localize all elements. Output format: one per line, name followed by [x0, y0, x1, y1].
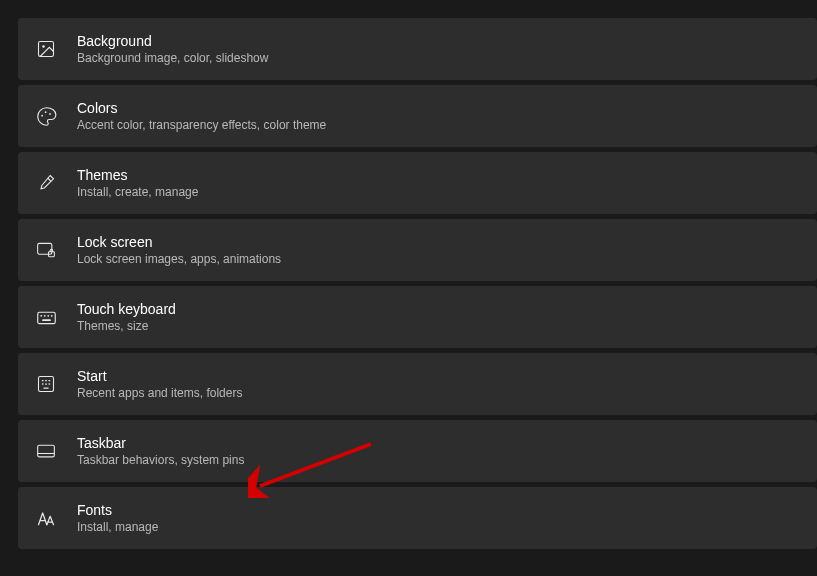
settings-item-lock-screen[interactable]: Lock screen Lock screen images, apps, an…	[18, 219, 817, 281]
item-title: Start	[77, 368, 242, 384]
start-icon	[34, 372, 58, 396]
item-text: Colors Accent color, transparency effect…	[77, 100, 326, 132]
lock-screen-icon	[34, 238, 58, 262]
item-desc: Accent color, transparency effects, colo…	[77, 118, 326, 132]
item-text: Lock screen Lock screen images, apps, an…	[77, 234, 281, 266]
item-title: Fonts	[77, 502, 158, 518]
settings-item-touch-keyboard[interactable]: Touch keyboard Themes, size	[18, 286, 817, 348]
item-desc: Taskbar behaviors, system pins	[77, 453, 244, 467]
item-desc: Install, manage	[77, 520, 158, 534]
item-title: Touch keyboard	[77, 301, 176, 317]
item-title: Taskbar	[77, 435, 244, 451]
fonts-icon	[34, 506, 58, 530]
settings-item-background[interactable]: Background Background image, color, slid…	[18, 18, 817, 80]
item-desc: Install, create, manage	[77, 185, 198, 199]
item-desc: Lock screen images, apps, animations	[77, 252, 281, 266]
svg-point-2	[41, 114, 43, 116]
keyboard-icon	[34, 305, 58, 329]
item-title: Themes	[77, 167, 198, 183]
item-title: Colors	[77, 100, 326, 116]
svg-rect-5	[38, 243, 52, 254]
item-title: Background	[77, 33, 268, 49]
item-text: Fonts Install, manage	[77, 502, 158, 534]
item-desc: Background image, color, slideshow	[77, 51, 268, 65]
settings-item-colors[interactable]: Colors Accent color, transparency effect…	[18, 85, 817, 147]
svg-point-1	[42, 45, 45, 48]
item-text: Start Recent apps and items, folders	[77, 368, 242, 400]
svg-rect-21	[38, 445, 55, 457]
svg-point-3	[44, 111, 46, 113]
item-desc: Recent apps and items, folders	[77, 386, 242, 400]
item-title: Lock screen	[77, 234, 281, 250]
item-text: Themes Install, create, manage	[77, 167, 198, 199]
svg-rect-7	[37, 312, 55, 323]
item-text: Background Background image, color, slid…	[77, 33, 268, 65]
svg-point-4	[49, 113, 51, 115]
personalization-settings-list: Background Background image, color, slid…	[0, 18, 817, 549]
item-desc: Themes, size	[77, 319, 176, 333]
settings-item-taskbar[interactable]: Taskbar Taskbar behaviors, system pins	[18, 420, 817, 482]
taskbar-icon	[34, 439, 58, 463]
item-text: Taskbar Taskbar behaviors, system pins	[77, 435, 244, 467]
settings-item-fonts[interactable]: Fonts Install, manage	[18, 487, 817, 549]
settings-item-themes[interactable]: Themes Install, create, manage	[18, 152, 817, 214]
colors-icon	[34, 104, 58, 128]
background-icon	[34, 37, 58, 61]
item-text: Touch keyboard Themes, size	[77, 301, 176, 333]
settings-item-start[interactable]: Start Recent apps and items, folders	[18, 353, 817, 415]
themes-icon	[34, 171, 58, 195]
